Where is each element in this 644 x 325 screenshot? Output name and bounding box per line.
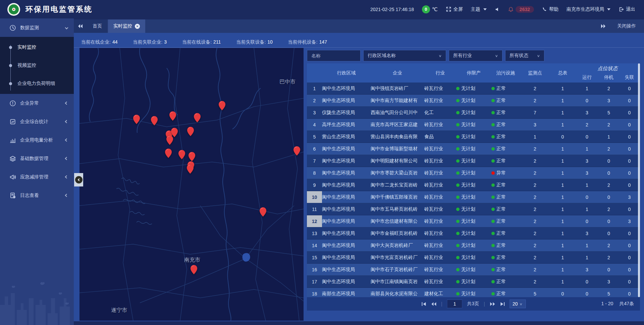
map-marker[interactable]	[166, 136, 173, 145]
map-marker[interactable]	[260, 207, 267, 217]
table-row[interactable]: 3 仪陇生态环境局 西南油气田分公司川中 化工 无计划 正常 7 1 3 5 0	[307, 107, 640, 119]
table-row[interactable]: 4 高坪生态环境局 南充市高坪区王家店建 砖瓦行业 无计划 正常 3 1 2 2…	[307, 119, 640, 131]
table-row[interactable]: 12 阆中生态环境局 阆中市忠信建材有限公 砖瓦行业 无计划 正常 2 1 0 …	[307, 215, 640, 227]
table-row[interactable]: 6 阆中生态环境局 阆中市金博瑞新型墙材 砖瓦行业 无计划 正常 2 1 1 2…	[307, 143, 640, 155]
cell-run: 1	[575, 239, 599, 251]
map-marker[interactable]	[187, 127, 194, 136]
map-marker[interactable]	[186, 164, 194, 174]
sidebar-item-emergency-reduction[interactable]: 应急减排管理	[0, 168, 74, 186]
fullscreen-button[interactable]: 全屏	[446, 6, 463, 12]
table-row[interactable]: 9 阆中生态环境局 阆中市二龙长宝页岩砖 砖瓦行业 无计划 正常 2 1 1 2…	[307, 179, 640, 191]
first-page-button[interactable]	[421, 302, 426, 306]
prev-page-button[interactable]	[431, 302, 436, 306]
map-panel[interactable]: 巴中市南充市遂宁市	[79, 48, 304, 321]
map-marker[interactable]	[165, 149, 172, 158]
page-number-input[interactable]	[447, 300, 463, 308]
cell-halt: 2	[599, 203, 619, 215]
close-operations-button[interactable]: 关闭操作	[617, 23, 636, 29]
map-marker[interactable]	[188, 152, 195, 161]
sidebar-item-video-monitor[interactable]: 视频监控	[0, 56, 74, 74]
chevron-down-icon: ∨	[537, 54, 540, 58]
cell-halt: 5	[599, 288, 619, 297]
cell-pollution-facility: 正常	[491, 143, 520, 155]
map-marker[interactable]	[133, 115, 140, 124]
page-size-select[interactable]: 20 ∨	[509, 300, 526, 308]
table-row[interactable]: 2 阆中生态环境局 阆中市南方节能建材有 砖瓦行业 无计划 正常 2 1 0 3…	[307, 95, 640, 107]
map-collapse-handle[interactable]	[74, 173, 83, 186]
cell-region: 阆中生态环境局	[322, 215, 371, 227]
page-range-label: 1 - 20	[601, 301, 613, 307]
cell-stop-limit: 无计划	[456, 143, 491, 155]
cell-industry: 砖瓦行业	[424, 191, 456, 203]
table-scrollbar[interactable]	[638, 63, 640, 297]
map-marker[interactable]	[151, 116, 158, 125]
sidebar-item-power-load-detail[interactable]: 企业电力负荷明细	[0, 74, 74, 93]
sidebar-item-realtime-monitor[interactable]: 实时监控	[0, 38, 74, 56]
help-button[interactable]: 帮助	[542, 6, 558, 12]
col-lost: 失联	[619, 72, 640, 83]
cell-industry: 砖瓦行业	[424, 239, 456, 251]
table-row[interactable]: 18 南部生态环境局 南部县兴化水泥有限公 建材化工 无计划 正常 5 0 0 …	[307, 288, 640, 297]
theme-dropdown[interactable]: 主题	[471, 6, 487, 12]
sidebar-item-enterprise-statistics[interactable]: 企业综合统计	[0, 112, 74, 131]
table-row[interactable]: 17 阆中生态环境局 阆中市江南镇阆南页岩 砖瓦行业 无计划 正常 2 1 0 …	[307, 276, 640, 288]
map-marker[interactable]	[178, 150, 185, 159]
table-row[interactable]: 11 阆中生态环境局 阆中市五马桥页岩机砖 砖瓦行业 无计划 正常 2 1 1 …	[307, 203, 640, 215]
sidebar-item-log-view[interactable]: 日志查看	[0, 186, 74, 205]
alert-circle-icon	[9, 100, 16, 107]
cell-halt: 2	[599, 179, 619, 191]
industry-filter-select[interactable]: 所有行业 ∨	[449, 50, 502, 61]
table-row[interactable]: 10 阆中生态环境局 阆中千佛镇五郎垭页岩 砖瓦行业 无计划 正常 2 1 0 …	[307, 191, 640, 203]
table-row[interactable]: 7 阆中生态环境局 阆中明阳建材有限公司 砖瓦行业 无计划 正常 2 1 3 0…	[307, 155, 640, 167]
cell-run: 1	[575, 203, 599, 215]
table-row[interactable]: 8 阆中生态环境局 阆中市枣碧大梁山页岩 砖瓦行业 无计划 异常 2 1 3 0…	[307, 167, 640, 179]
table-row[interactable]: 5 营山生态环境局 营山县润丰肉食品有限 食品 无计划 正常 1 0 0 1 0	[307, 131, 640, 143]
region-filter-select[interactable]: 行政区域名称 ∨	[363, 50, 446, 61]
name-filter-input[interactable]	[311, 53, 356, 58]
cell-monitor-points: 2	[520, 239, 550, 251]
tabs-scroll-left-button[interactable]	[74, 19, 87, 33]
cell-monitor-points: 2	[520, 95, 550, 106]
cell-region: 阆中生态环境局	[322, 83, 371, 94]
col-total-meter: 总表	[550, 63, 575, 83]
notifications[interactable]: 2632	[508, 6, 534, 13]
cell-no: 8	[307, 167, 322, 179]
sidebar-item-data-monitor[interactable]: 数据监测	[0, 18, 74, 37]
cell-lost: 0	[619, 252, 640, 263]
chevron-down-icon	[607, 8, 610, 10]
cell-region: 阆中生态环境局	[322, 239, 371, 251]
table-row[interactable]: 13 阆中生态环境局 阆中市金福旺页岩机砖 砖瓦行业 无计划 正常 2 1 3 …	[307, 227, 640, 239]
map-marker[interactable]	[218, 101, 225, 110]
tab-home[interactable]: 首页	[87, 19, 107, 33]
map-marker[interactable]	[194, 113, 201, 122]
sidebar-item-power-analysis[interactable]: 企业用电量分析	[0, 131, 74, 149]
cell-region: 仪陇生态环境局	[322, 107, 371, 118]
map-marker[interactable]	[293, 146, 300, 156]
tab-bar: 首页 实时监控 ✕ 关闭操作	[74, 19, 644, 33]
table-row[interactable]: 14 阆中生态环境局 阆中大兴页岩机砖厂 砖瓦行业 无计划 正常 2 1 1 2…	[307, 239, 640, 252]
sidebar-item-base-data[interactable]: 基础数据管理	[0, 149, 74, 168]
cell-halt: 0	[599, 167, 619, 179]
tabs-scroll-right-button[interactable]	[600, 24, 606, 29]
cell-no: 17	[307, 276, 322, 287]
cell-monitor-points: 3	[520, 119, 550, 130]
org-dropdown[interactable]: 南充市生态环境局	[567, 6, 610, 12]
map-marker[interactable]	[169, 111, 176, 121]
table-row[interactable]: 1 阆中生态环境局 阆中强锐页岩砖厂 砖瓦行业 无计划 正常 2 1 1 2 0	[307, 83, 640, 95]
map-marker[interactable]	[190, 265, 197, 274]
logout-button[interactable]: 退出	[619, 6, 635, 12]
chevron-down-icon	[65, 26, 68, 30]
status-filter-select[interactable]: 所有状态 ∨	[505, 50, 544, 61]
table-row[interactable]: 16 阆中生态环境局 阆中市石子页岩机砖厂 砖瓦行业 无计划 正常 2 1 3 …	[307, 264, 640, 276]
cell-company: 阆中市忠信建材有限公	[371, 215, 424, 227]
last-page-button[interactable]	[500, 302, 505, 306]
sidebar-item-enterprise-abnormal[interactable]: 企业异常	[0, 94, 74, 112]
cell-stop-limit: 无计划	[456, 131, 491, 143]
stats-badge-icon	[9, 118, 16, 125]
mute-button[interactable]	[495, 7, 500, 12]
tab-close-icon[interactable]: ✕	[135, 24, 140, 29]
cell-run: 0	[575, 131, 599, 143]
tab-realtime-monitor[interactable]: 实时监控 ✕	[108, 19, 145, 33]
table-row[interactable]: 15 阆中生态环境局 阆中市光富页岩机砖厂 砖瓦行业 无计划 正常 2 1 1 …	[307, 252, 640, 264]
next-page-button[interactable]	[490, 302, 495, 306]
